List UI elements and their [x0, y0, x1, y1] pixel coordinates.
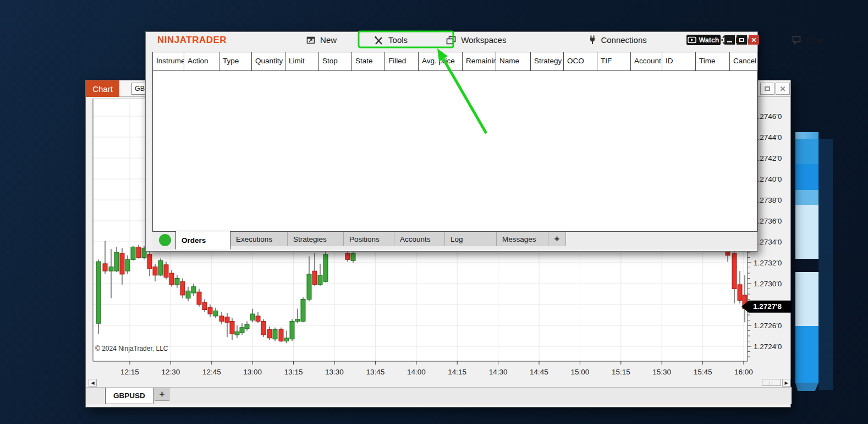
column-header-id[interactable]: ID [662, 52, 696, 71]
candle-up [307, 274, 311, 300]
column-header-state[interactable]: State [352, 52, 385, 71]
tab-positions[interactable]: Positions [344, 232, 394, 246]
candle-down [225, 317, 229, 323]
control-center-tab-strip: OrdersExecutionsStrategiesPositionsAccou… [152, 232, 757, 249]
wallpaper-beam [795, 326, 818, 383]
tab-messages[interactable]: Messages [497, 232, 548, 246]
candle-up [284, 338, 289, 341]
add-tab-button[interactable]: + [548, 232, 566, 246]
tools-icon [373, 35, 384, 45]
candle-down [197, 292, 201, 305]
candle-up [301, 300, 305, 322]
time-tick-label: 12:45 [202, 368, 221, 376]
candle-up [273, 330, 277, 339]
candle-down [103, 264, 107, 271]
time-tick-label: 16:00 [734, 368, 753, 376]
tab-executions[interactable]: Executions [230, 232, 288, 246]
candle-down [738, 285, 742, 301]
chart-scroll-left-button[interactable]: ◀ [89, 379, 97, 387]
menu-workspaces[interactable]: Workspaces [446, 35, 506, 45]
tab-orders[interactable]: Orders [175, 231, 230, 249]
chart-window-title: Chart [86, 80, 119, 97]
candle-up [240, 328, 244, 333]
column-header-tif[interactable]: TIF [597, 52, 631, 71]
menu-tools[interactable]: Tools [373, 35, 408, 45]
menu-chat[interactable]: Chat [791, 35, 824, 45]
column-header-account[interactable]: Account [631, 52, 662, 71]
time-tick-label: 15:45 [694, 368, 712, 376]
candle-up [290, 321, 294, 339]
wallpaper-beam-foot [795, 383, 818, 391]
wallpaper-beam [795, 139, 818, 164]
column-header-limit[interactable]: Limit [285, 52, 319, 71]
tab-strategies[interactable]: Strategies [288, 232, 344, 246]
ninjatrader-logo: NINJATRADER [157, 35, 227, 46]
new-window-icon [306, 35, 316, 45]
tab-gbpusd[interactable]: GBPUSD [105, 388, 153, 404]
column-header-filled[interactable]: Filled [385, 52, 419, 71]
column-header-quantity[interactable]: Quantity [252, 52, 285, 71]
menu-workspaces-label: Workspaces [461, 35, 506, 45]
chart-close-button[interactable]: ✕ [776, 83, 790, 95]
tab-log[interactable]: Log [445, 232, 497, 246]
column-header-time[interactable]: Time [696, 52, 730, 71]
tab-accounts[interactable]: Accounts [394, 232, 445, 246]
column-header-avg-price[interactable]: Avg. price [419, 52, 463, 71]
candle-down [208, 308, 212, 314]
column-header-oco[interactable]: OCO [564, 52, 597, 71]
column-header-action[interactable]: Action [184, 52, 219, 71]
column-header-name[interactable]: Name [496, 52, 531, 71]
workspaces-icon [446, 35, 457, 45]
candle-down [202, 302, 207, 309]
time-tick-label: 12:30 [162, 368, 180, 376]
watch-button[interactable]: Watch [686, 35, 721, 45]
column-header-cancel[interactable]: Cancel [730, 52, 758, 71]
menubar: NINJATRADER New Tools [146, 32, 757, 48]
candle-up [245, 324, 249, 329]
column-header-stop[interactable]: Stop [319, 52, 352, 71]
maximize-button[interactable] [737, 35, 747, 45]
chart-scrollbar-thumb[interactable] [762, 379, 781, 386]
candle-up [213, 311, 218, 316]
chart-copyright: © 2024 NinjaTrader, LLC [95, 345, 168, 352]
time-tick-label: 13:00 [243, 368, 262, 376]
watch-tv-icon [688, 36, 696, 44]
time-tick-label: 13:30 [325, 368, 344, 376]
candle-down [164, 265, 168, 278]
column-header-strategy[interactable]: Strategy [531, 52, 564, 71]
column-header-remaining[interactable]: Remaining [463, 52, 496, 71]
chart-maximize-button[interactable] [760, 83, 774, 95]
wallpaper-beam [795, 205, 818, 259]
minimize-icon [727, 41, 732, 42]
candle-up [186, 291, 190, 298]
chart-scroll-right-button[interactable]: ▶ [782, 379, 790, 387]
price-tick-label: 1.2726'0 [754, 322, 782, 330]
wallpaper-beam [795, 190, 818, 205]
watch-label: Watch [699, 36, 719, 44]
add-chart-tab-button[interactable]: + [155, 388, 169, 401]
time-tick-label: 15:00 [571, 368, 590, 376]
candle-down [732, 253, 737, 289]
candle-down [312, 271, 317, 285]
candle-down [256, 316, 260, 322]
price-tick-label: 1.2732'0 [754, 259, 782, 267]
minimize-button[interactable] [724, 35, 735, 45]
time-tick-label: 15:30 [652, 368, 671, 376]
menu-connections[interactable]: Connections [589, 35, 646, 45]
close-button[interactable]: ✕ [749, 35, 759, 45]
time-tick-label: 13:45 [366, 368, 385, 376]
menu-new[interactable]: New [306, 35, 337, 45]
candle-up [318, 275, 322, 285]
candle-up [96, 262, 101, 323]
candle-down [279, 330, 283, 341]
column-header-instrument[interactable]: Instrument [153, 52, 184, 71]
chat-icon [791, 35, 802, 45]
control-center-window: NINJATRADER New Tools [145, 31, 758, 252]
candle-up [109, 267, 113, 271]
candle-up [351, 253, 355, 260]
candle-down [153, 267, 157, 275]
column-header-type[interactable]: Type [219, 52, 252, 71]
candle-up [250, 314, 255, 320]
candle-down [120, 253, 124, 274]
candle-up [158, 260, 163, 275]
